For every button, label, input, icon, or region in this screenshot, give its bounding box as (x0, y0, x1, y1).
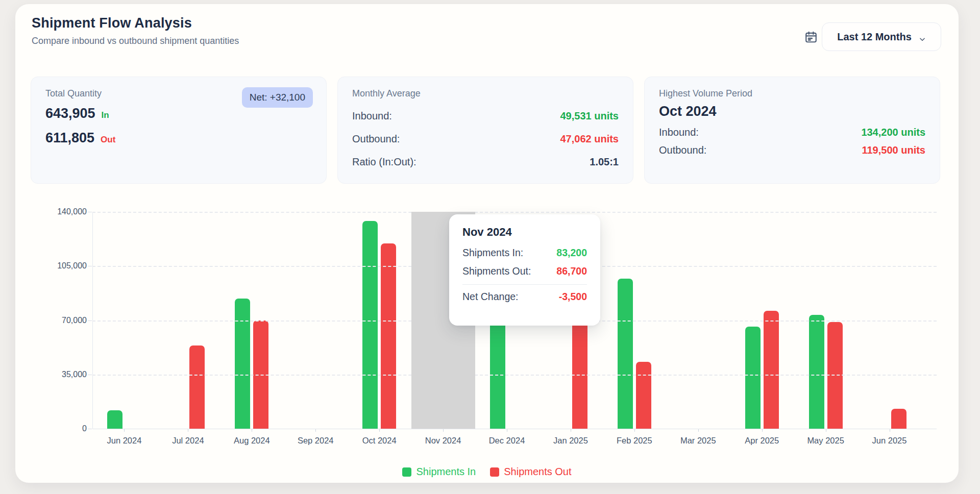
highest-volume-period: Oct 2024 (659, 102, 925, 120)
x-axis-label-Aug-2024: Aug 2024 (221, 436, 282, 446)
legend-swatch-out (490, 467, 499, 477)
chevron-down-icon (919, 34, 926, 41)
gridline-35,000 (92, 375, 937, 376)
gridline-140,000 (92, 212, 937, 213)
chart-legend: Shipments In Shipments Out (15, 466, 959, 478)
x-axis-label-Jan-2025: Jan 2025 (540, 436, 601, 446)
tooltip-label: Shipments Out: (462, 265, 531, 277)
bar-shipments-in-Oct-2024[interactable] (362, 221, 378, 429)
ratio-row: Ratio (In:Out): 1.05:1 (352, 156, 619, 168)
bar-shipments-out-Jun-2025[interactable] (891, 409, 906, 429)
monthly-average-card: Monthly Average Inbound: 49,531 units Ou… (337, 77, 633, 184)
highest-volume-card: Highest Volume Period Oct 2024 Inbound: … (644, 77, 940, 184)
row-value: 49,531 units (560, 110, 619, 122)
total-out-value: 611,805 (45, 130, 94, 145)
legend-item-shipments-out[interactable]: Shipments Out (490, 466, 571, 478)
total-quantity-card: Total Quantity 643,905In 611,805Out Net:… (31, 77, 327, 184)
in-suffix: In (102, 110, 109, 120)
y-axis-label: 105,000 (46, 261, 87, 270)
tooltip-label: Net Change: (462, 291, 519, 303)
x-axis-label-Jul-2024: Jul 2024 (157, 436, 218, 446)
tooltip-value: 83,200 (556, 247, 587, 259)
row-label: Inbound: (659, 127, 699, 138)
page-subtitle: Compare inbound vs outbound shipment qua… (32, 36, 239, 46)
x-axis-label-Oct-2024: Oct 2024 (349, 436, 410, 446)
x-axis-label-Sep-2024: Sep 2024 (285, 436, 346, 446)
total-in-value: 643,905 (45, 106, 95, 121)
row-label: Inbound: (352, 110, 392, 122)
tooltip-divider (462, 284, 587, 285)
gridline-0 (92, 429, 937, 429)
x-axis-label-Feb-2025: Feb 2025 (604, 436, 665, 446)
tooltip-out-row: Shipments Out: 86,700 (462, 265, 587, 277)
bar-shipments-in-Feb-2025[interactable] (618, 279, 633, 429)
x-axis-label-May-2025: May 2025 (795, 436, 856, 446)
bar-shipments-in-May-2025[interactable] (809, 315, 824, 429)
avg-inbound-row: Inbound: 49,531 units (352, 110, 619, 122)
out-suffix: Out (101, 135, 115, 144)
chart-tooltip: Nov 2024 Shipments In: 83,200 Shipments … (449, 214, 600, 326)
row-value: 47,062 units (560, 133, 619, 145)
legend-label: Shipments In (416, 466, 476, 478)
tooltip-net-row: Net Change: -3,500 (462, 291, 587, 303)
row-label: Outbound: (659, 144, 706, 156)
bar-shipments-out-Jul-2024[interactable] (189, 345, 205, 429)
dashboard-panel: Shipment Flow Analysis Compare inbound v… (15, 4, 959, 483)
bar-shipments-in-Aug-2024[interactable] (235, 299, 250, 429)
summary-cards-row: Total Quantity 643,905In 611,805Out Net:… (31, 77, 940, 184)
bar-shipments-in-Jun-2024[interactable] (107, 410, 122, 429)
tooltip-value: -3,500 (559, 291, 587, 303)
row-label: Ratio (In:Out): (352, 156, 416, 168)
avg-outbound-row: Outbound: 47,062 units (352, 133, 619, 145)
tooltip-title: Nov 2024 (462, 226, 587, 239)
bar-shipments-out-Feb-2025[interactable] (636, 362, 651, 429)
tooltip-value: 86,700 (556, 265, 587, 277)
peak-inbound-row: Inbound: 134,200 units (659, 127, 925, 138)
row-value: 119,500 units (862, 144, 925, 156)
y-tick-mark (88, 320, 92, 321)
x-axis-label-Nov-2024: Nov 2024 (412, 436, 474, 446)
peak-outbound-row: Outbound: 119,500 units (659, 144, 925, 156)
x-axis-label-Jun-2025: Jun 2025 (859, 436, 920, 446)
bar-shipments-in-Apr-2025[interactable] (745, 327, 761, 429)
row-value: 134,200 units (861, 127, 925, 138)
y-axis-label: 0 (46, 424, 87, 433)
time-range-select[interactable]: Last 12 Months (822, 22, 941, 51)
x-axis-label-Dec-2024: Dec 2024 (476, 436, 537, 446)
y-tick-mark (88, 266, 92, 266)
y-axis-label: 70,000 (46, 316, 87, 325)
legend-label: Shipments Out (504, 466, 571, 478)
y-tick-mark (88, 375, 92, 375)
x-axis-label-Apr-2025: Apr 2025 (731, 436, 793, 446)
bar-shipments-out-Oct-2024[interactable] (381, 243, 396, 429)
y-axis-label: 140,000 (46, 207, 87, 216)
legend-swatch-in (402, 467, 411, 477)
row-value: 1.05:1 (590, 156, 619, 168)
card-label: Monthly Average (352, 88, 619, 99)
calendar-icon (804, 31, 818, 44)
y-tick-mark (88, 212, 92, 212)
row-label: Outbound: (352, 133, 400, 145)
tooltip-in-row: Shipments In: 83,200 (462, 247, 587, 259)
shipment-flow-chart: Jun 2025May 2025Apr 2025Mar 2025Feb 2025… (15, 204, 959, 449)
tooltip-label: Shipments In: (462, 247, 523, 259)
time-range-value: Last 12 Months (837, 31, 912, 43)
bar-shipments-out-Apr-2025[interactable] (764, 311, 779, 429)
x-axis-label-Jun-2024: Jun 2024 (93, 436, 155, 446)
card-label: Highest Volume Period (659, 88, 925, 99)
legend-item-shipments-in[interactable]: Shipments In (402, 466, 476, 478)
net-change-badge: Net: +32,100 (242, 87, 313, 108)
total-out-row: 611,805Out (45, 127, 312, 151)
x-axis-label-Mar-2025: Mar 2025 (668, 436, 729, 446)
y-tick-mark (88, 429, 92, 429)
y-axis-label: 35,000 (46, 370, 87, 379)
page-title: Shipment Flow Analysis (32, 15, 192, 31)
